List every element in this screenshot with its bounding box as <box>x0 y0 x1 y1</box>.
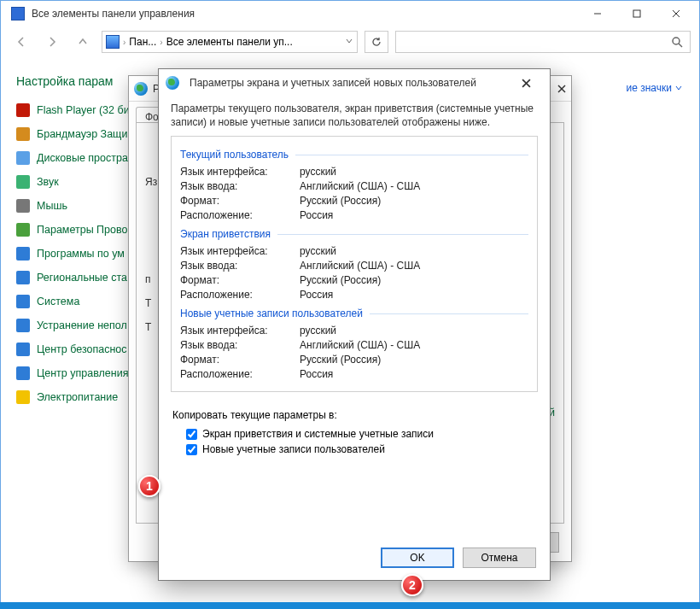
item-label: Электропитание <box>37 391 118 403</box>
settings-row: Язык ввода:Английский (США) - США <box>180 339 528 351</box>
breadcrumb-part[interactable]: Пан... <box>129 36 156 48</box>
chevron-right-icon: › <box>160 38 162 47</box>
control-panel-item[interactable]: Дисковые простра <box>16 151 134 165</box>
checkbox-label: Новые учетные записи пользователей <box>202 443 385 455</box>
callout-1: 1 <box>138 475 160 497</box>
refresh-button[interactable] <box>365 31 388 53</box>
taskbar <box>0 602 700 609</box>
control-panel-item[interactable]: Система <box>16 295 134 308</box>
nav-forward-button[interactable] <box>40 30 64 54</box>
control-panel-item[interactable]: Мышь <box>16 199 134 213</box>
item-icon <box>16 223 30 237</box>
settings-key: Формат: <box>180 195 300 207</box>
item-label: Центр управления <box>37 367 128 379</box>
settings-value: Россия <box>300 289 333 301</box>
item-icon <box>16 127 30 141</box>
settings-key: Язык ввода: <box>180 180 300 192</box>
settings-row: Язык интерфейса:русский <box>180 166 528 178</box>
checkbox-input[interactable] <box>186 429 197 440</box>
nav-back-button[interactable] <box>9 30 33 54</box>
settings-row: Формат:Русский (Россия) <box>180 195 528 207</box>
chevron-down-icon[interactable] <box>345 36 353 48</box>
control-panel-item[interactable]: Центр управления <box>16 366 134 380</box>
settings-value: Английский (США) - США <box>300 339 420 351</box>
copy-settings-label: Копировать текущие параметры в: <box>172 409 538 421</box>
control-panel-item[interactable]: Flash Player (32 бит <box>16 103 134 117</box>
control-panel-item[interactable]: Звук <box>16 175 134 189</box>
settings-value: русский <box>300 325 336 337</box>
item-label: Параметры Прово <box>37 224 127 236</box>
addressbar: › Пан... › Все элементы панели уп... <box>1 26 699 57</box>
item-label: Звук <box>37 176 59 188</box>
titlebar: Все элементы панели управления <box>1 1 699 26</box>
checkbox-new-users[interactable]: Новые учетные записи пользователей <box>186 443 538 455</box>
view-mode-link[interactable]: ие значки <box>627 82 682 94</box>
control-panel-icon <box>11 7 25 20</box>
minimize-button[interactable] <box>578 1 617 26</box>
item-label: Программы по ум <box>37 248 125 260</box>
ok-button[interactable]: OK <box>381 548 454 568</box>
item-label: Устранение непол <box>37 319 127 331</box>
settings-row: Язык ввода:Английский (США) - США <box>180 260 528 272</box>
item-icon <box>16 175 30 189</box>
search-input[interactable] <box>395 31 691 53</box>
search-icon <box>671 36 683 48</box>
cancel-button[interactable]: Отмена <box>463 548 536 568</box>
settings-key: Язык интерфейса: <box>180 325 300 337</box>
group-heading: Новые учетные записи пользователей <box>180 307 528 319</box>
settings-value: Русский (Россия) <box>300 354 381 366</box>
settings-key: Язык ввода: <box>180 339 300 351</box>
settings-value: русский <box>300 166 336 178</box>
modal-close-button[interactable] <box>509 71 543 95</box>
item-label: Центр безопаснос <box>37 343 127 355</box>
control-panel-item[interactable]: Устранение непол <box>16 319 134 332</box>
breadcrumb[interactable]: › Пан... › Все элементы панели уп... <box>102 31 358 53</box>
settings-row: Язык интерфейса:русский <box>180 325 528 337</box>
svg-line-5 <box>679 44 682 47</box>
breadcrumb-part[interactable]: Все элементы панели уп... <box>166 36 293 48</box>
settings-row: Расположение:Россия <box>180 209 528 221</box>
control-panel-item[interactable]: Региональные ста <box>16 271 134 284</box>
control-panel-item[interactable]: Центр безопаснос <box>16 343 134 356</box>
checkbox-label: Экран приветствия и системные учетные за… <box>202 428 434 440</box>
view-mode-label: ие значки <box>627 82 672 94</box>
svg-point-4 <box>673 38 680 44</box>
control-panel-item[interactable]: Брандмауэр Защи <box>16 127 134 141</box>
control-panel-item[interactable]: Электропитание <box>16 390 134 404</box>
breadcrumb-icon <box>106 35 120 49</box>
callout-2: 2 <box>401 574 423 596</box>
settings-row: Расположение:Россия <box>180 289 528 301</box>
settings-value: Английский (США) - США <box>300 260 420 272</box>
checkbox-welcome-screen[interactable]: Экран приветствия и системные учетные за… <box>186 428 538 440</box>
settings-key: Формат: <box>180 354 300 366</box>
maximize-button[interactable] <box>617 1 656 26</box>
item-icon <box>16 343 30 356</box>
item-label: Мышь <box>37 200 67 212</box>
item-icon <box>16 366 30 380</box>
settings-value: Русский (Россия) <box>300 274 381 286</box>
settings-value: Россия <box>300 368 333 380</box>
settings-value: Английский (США) - США <box>300 180 420 192</box>
item-icon <box>16 295 30 308</box>
item-icon <box>16 151 30 165</box>
control-panel-item-list: Flash Player (32 битБрандмауэр ЗащиДиско… <box>16 103 134 404</box>
settings-key: Язык интерфейса: <box>180 166 300 178</box>
item-icon <box>16 271 30 284</box>
region-close-button[interactable] <box>557 81 566 97</box>
svg-rect-1 <box>633 10 640 17</box>
globe-icon <box>134 82 148 96</box>
checkbox-input[interactable] <box>186 444 197 455</box>
item-icon <box>16 390 30 404</box>
group-heading: Текущий пользователь <box>180 149 528 161</box>
settings-value: русский <box>300 245 336 257</box>
control-panel-item[interactable]: Программы по ум <box>16 247 134 261</box>
group-heading: Экран приветствия <box>180 228 528 240</box>
item-icon <box>16 319 30 332</box>
nav-up-button[interactable] <box>71 30 95 54</box>
settings-key: Расположение: <box>180 209 300 221</box>
close-button[interactable] <box>656 1 696 26</box>
globe-icon <box>166 76 179 90</box>
control-panel-item[interactable]: Параметры Прово <box>16 223 134 237</box>
modal-title: Параметры экрана и учетных записей новых… <box>190 77 509 89</box>
welcome-screen-settings-dialog: Параметры экрана и учетных записей новых… <box>158 68 551 581</box>
